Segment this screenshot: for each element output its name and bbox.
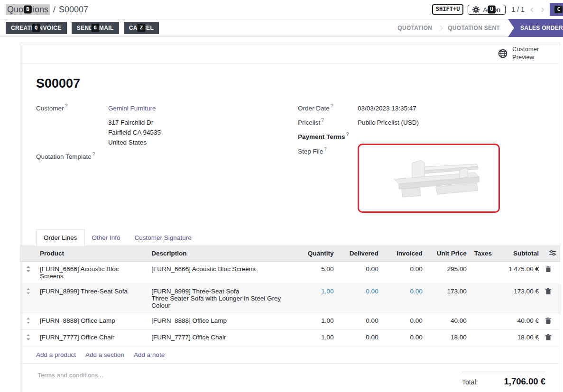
- pager-next-button[interactable]: ›: [539, 4, 545, 15]
- breadcrumb-quotations[interactable]: Quotations B: [6, 4, 50, 15]
- column-header-delivered: Delivered: [338, 246, 382, 262]
- cell-invoiced[interactable]: 0.00: [382, 283, 426, 313]
- tab-other-info[interactable]: Other Info: [85, 230, 128, 246]
- step-file-image-highlighted[interactable]: [358, 144, 500, 213]
- cell-quantity[interactable]: 5.00: [295, 261, 337, 283]
- kbd-hint-z: Z: [137, 24, 145, 32]
- column-header-invoiced: Invoiced: [382, 246, 426, 262]
- cell-taxes[interactable]: [471, 283, 493, 313]
- cell-quantity[interactable]: 1.00: [295, 313, 337, 329]
- cell-taxes[interactable]: [471, 313, 493, 329]
- cell-delivered[interactable]: 0.00: [338, 283, 382, 313]
- total-value: 1,706.00 €: [504, 376, 545, 387]
- topbar-actions: SHIFT+U Action U 1 / 1 ‹ › C i: [432, 3, 563, 16]
- cell-quantity[interactable]: 1.00: [295, 283, 337, 313]
- status-sales-order[interactable]: SALES ORDER: [508, 19, 563, 37]
- customer-field-value[interactable]: Gemini Furniture: [108, 105, 156, 112]
- help-marker: ?: [321, 118, 324, 123]
- quotation-template-field-label: Quotation Template?: [36, 152, 108, 160]
- cell-product[interactable]: [FURN_6666] Acoustic Bloc Screens: [36, 261, 148, 283]
- cell-description[interactable]: [FURN_6666] Acoustic Bloc Screens: [148, 261, 295, 283]
- cell-delivered[interactable]: 0.00: [338, 313, 382, 329]
- cell-invoiced[interactable]: 0.00: [382, 329, 426, 346]
- tab-customer-signature[interactable]: Customer Signature: [128, 230, 199, 246]
- form-view-content: Customer Preview S00007 Customer? Gemini…: [0, 37, 563, 392]
- create-invoice-button[interactable]: CREATE INVOICE Q: [6, 22, 67, 34]
- customer-preview-label: Customer Preview: [512, 46, 543, 62]
- cell-unit-price[interactable]: 40.00: [426, 313, 471, 329]
- customer-preview-button[interactable]: Customer Preview: [498, 46, 543, 62]
- status-quotation[interactable]: QUOTATION: [389, 25, 440, 31]
- customer-field-label: Customer?: [36, 103, 108, 113]
- pricelist-field-value[interactable]: Public Pricelist (USD): [358, 118, 419, 128]
- add-section-link[interactable]: Add a section: [85, 351, 124, 358]
- order-total: Total: 1,706.00 €: [462, 372, 545, 387]
- cell-taxes[interactable]: [471, 329, 493, 346]
- order-line-row: [FURN_7777] Office Chair [FURN_7777] Off…: [20, 329, 560, 346]
- order-date-field-value[interactable]: 03/03/2023 13:35:47: [358, 103, 416, 113]
- cell-product[interactable]: [FURN_8999] Three-Seat Sofa: [36, 283, 148, 313]
- delete-line-icon[interactable]: [543, 261, 560, 283]
- drag-handle-icon[interactable]: [20, 283, 36, 313]
- cell-description[interactable]: [FURN_8999] Three-Seat Sofa Three Seater…: [148, 283, 295, 313]
- corner-clipped-button[interactable]: C i: [550, 3, 563, 16]
- kbd-hint-q: Q: [32, 24, 40, 32]
- cell-subtotal: 173.00 €: [493, 283, 543, 313]
- status-quotation-sent[interactable]: QUOTATION SENT: [440, 25, 508, 31]
- optional-columns-header-cell: [543, 246, 560, 262]
- breadcrumb-separator: /: [53, 5, 55, 15]
- cell-description[interactable]: [FURN_8888] Office Lamp: [148, 313, 295, 329]
- cell-quantity[interactable]: 1.00: [295, 329, 337, 346]
- terms-placeholder[interactable]: Terms and conditions...: [37, 372, 103, 387]
- address-line-1: 317 Fairchild Dr: [108, 118, 161, 128]
- delete-line-icon[interactable]: [543, 313, 560, 329]
- status-pipeline: QUOTATION QUOTATION SENT SALES ORDER: [389, 19, 563, 36]
- column-header-subtotal: Subtotal: [493, 246, 543, 262]
- cell-taxes[interactable]: [471, 261, 493, 283]
- control-bar: CREATE INVOICE Q SEND EMAIL G CANCEL Z Q…: [0, 19, 563, 37]
- cell-invoiced[interactable]: 0.00: [382, 261, 426, 283]
- handle-column-header: [20, 246, 36, 262]
- delete-line-icon[interactable]: [543, 283, 560, 313]
- cell-subtotal: 18.00 €: [493, 329, 543, 346]
- cell-unit-price[interactable]: 173.00: [426, 283, 471, 313]
- tab-order-lines[interactable]: Order Lines: [36, 229, 85, 246]
- drag-handle-icon[interactable]: [20, 313, 36, 329]
- action-menu-button[interactable]: Action U: [468, 5, 505, 15]
- top-navigation-bar: Quotations B / S00007 SHIFT+U Action U: [0, 0, 563, 19]
- cell-description[interactable]: [FURN_7777] Office Chair: [148, 329, 295, 346]
- cell-unit-price[interactable]: 18.00: [426, 329, 471, 346]
- breadcrumb-current: S00007: [59, 5, 88, 15]
- pager-previous-button[interactable]: ‹: [529, 4, 535, 15]
- column-header-product: Product: [36, 246, 148, 262]
- globe-icon: [498, 49, 508, 58]
- help-marker: ?: [92, 152, 95, 157]
- help-marker: ?: [346, 132, 349, 137]
- cell-invoiced[interactable]: 0.00: [382, 313, 426, 329]
- drag-handle-icon[interactable]: [20, 329, 36, 346]
- kbd-hint-g: G: [91, 24, 99, 32]
- send-email-button[interactable]: SEND EMAIL G: [72, 22, 119, 34]
- cell-product[interactable]: [FURN_8888] Office Lamp: [36, 313, 148, 329]
- page-title: S00007: [36, 76, 544, 91]
- add-note-link[interactable]: Add a note: [134, 351, 165, 358]
- order-line-row: [FURN_8999] Three-Seat Sofa [FURN_8999] …: [20, 283, 560, 313]
- delete-line-icon[interactable]: [543, 329, 560, 346]
- sheet-body: S00007 Customer? Gemini Furniture 317 Fa…: [20, 64, 560, 217]
- optional-columns-icon[interactable]: [549, 250, 556, 256]
- order-line-row: [FURN_6666] Acoustic Bloc Screens [FURN_…: [20, 261, 560, 283]
- cell-delivered[interactable]: 0.00: [338, 329, 382, 346]
- help-marker: ?: [324, 146, 327, 152]
- field-groups: Customer? Gemini Furniture 317 Fairchild…: [36, 103, 544, 217]
- kbd-hint-u: U: [488, 6, 496, 14]
- cell-product[interactable]: [FURN_7777] Office Chair: [36, 329, 148, 346]
- address-line-2: Fairfield CA 94535: [108, 128, 161, 137]
- column-header-taxes: Taxes: [471, 246, 493, 262]
- cancel-button[interactable]: CANCEL Z: [124, 22, 159, 34]
- add-product-link[interactable]: Add a product: [36, 351, 76, 358]
- help-marker: ?: [331, 103, 333, 109]
- cell-delivered[interactable]: 0.00: [338, 261, 382, 283]
- step-file-field-label: Step File?: [298, 146, 358, 213]
- drag-handle-icon[interactable]: [20, 261, 36, 283]
- cell-unit-price[interactable]: 295.00: [426, 261, 471, 283]
